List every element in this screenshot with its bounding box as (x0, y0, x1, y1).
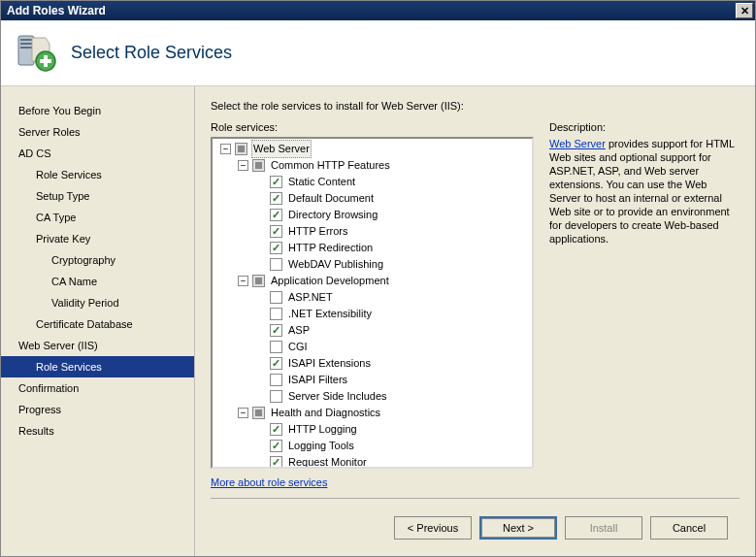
wizard-nav: Before You BeginServer RolesAD CSRole Se… (1, 86, 195, 556)
checkbox[interactable] (270, 291, 282, 304)
collapse-icon[interactable]: − (220, 144, 231, 154)
tree-item-label: Default Document (286, 190, 376, 207)
tree-item-label: ASP (286, 322, 312, 339)
checkbox[interactable] (270, 324, 282, 337)
nav-item[interactable]: Role Services (1, 164, 194, 185)
tree-row[interactable]: WebDAV Publishing (216, 256, 530, 273)
next-button[interactable]: Next > (479, 516, 557, 540)
nav-item[interactable]: Validity Period (1, 292, 194, 313)
previous-button[interactable]: < Previous (394, 516, 472, 540)
tree-row[interactable]: Logging Tools (216, 438, 530, 454)
tree-row[interactable]: Server Side Includes (216, 388, 530, 405)
tree-row[interactable]: Request Monitor (216, 454, 530, 467)
svg-rect-1 (20, 39, 32, 41)
main-panel: Select the role services to install for … (195, 86, 755, 556)
tree-item-label: ISAPI Extensions (286, 355, 373, 372)
nav-item[interactable]: Certificate Database (1, 313, 194, 335)
tree-row[interactable]: −Common HTTP Features (216, 157, 530, 174)
checkbox[interactable] (235, 143, 247, 155)
checkbox[interactable] (270, 357, 282, 370)
nav-item[interactable]: Confirmation (1, 377, 194, 399)
checkbox[interactable] (270, 374, 282, 386)
checkbox[interactable] (252, 275, 265, 287)
role-services-tree[interactable]: −Web Server−Common HTTP FeaturesStatic C… (211, 137, 534, 469)
cancel-button[interactable]: Cancel (650, 516, 728, 540)
tree-item-label: CGI (286, 339, 310, 355)
nav-item[interactable]: Web Server (IIS) (1, 335, 194, 356)
checkbox[interactable] (270, 192, 282, 205)
checkbox[interactable] (270, 423, 282, 436)
checkbox[interactable] (270, 440, 282, 452)
tree-row[interactable]: −Web Server (216, 141, 530, 157)
tree-row[interactable]: HTTP Redirection (216, 240, 530, 256)
checkbox[interactable] (270, 341, 282, 353)
role-services-label: Role services: (211, 121, 534, 133)
nav-item[interactable]: Results (1, 420, 194, 442)
tree-item-label: HTTP Errors (286, 223, 350, 240)
tree-row[interactable]: Static Content (216, 174, 530, 190)
nav-item[interactable]: Setup Type (1, 185, 194, 207)
close-icon: ✕ (740, 6, 749, 16)
collapse-icon[interactable]: − (238, 160, 248, 171)
checkbox[interactable] (270, 209, 282, 221)
more-about-link[interactable]: More about role services (211, 476, 534, 488)
tree-item-label: .NET Extensibility (286, 306, 374, 322)
tree-item-label: Application Development (269, 273, 391, 289)
checkbox[interactable] (270, 308, 282, 320)
tree-item-label: WebDAV Publishing (286, 256, 385, 273)
nav-item[interactable]: AD CS (1, 143, 194, 164)
close-button[interactable]: ✕ (736, 3, 753, 18)
tree-item-label: Server Side Includes (286, 388, 389, 405)
window-title: Add Roles Wizard (7, 4, 736, 17)
description-text: Web Server provides support for HTML Web… (549, 137, 740, 246)
tree-row[interactable]: ASP (216, 322, 530, 339)
nav-item[interactable]: CA Type (1, 207, 194, 228)
tree-row[interactable]: HTTP Logging (216, 421, 530, 438)
checkbox[interactable] (252, 407, 265, 419)
checkbox[interactable] (252, 159, 265, 172)
tree-row[interactable]: CGI (216, 339, 530, 355)
tree-item-label: HTTP Redirection (286, 240, 375, 256)
wizard-header: Select Role Services (1, 20, 755, 86)
description-link[interactable]: Web Server (549, 138, 606, 149)
tree-row[interactable]: −Application Development (216, 273, 530, 289)
collapse-icon[interactable]: − (238, 276, 248, 286)
tree-item-label: Request Monitor (286, 454, 369, 467)
svg-rect-2 (20, 43, 32, 45)
checkbox[interactable] (270, 242, 282, 254)
nav-item[interactable]: CA Name (1, 271, 194, 292)
tree-item-label: HTTP Logging (286, 421, 359, 438)
tree-row[interactable]: .NET Extensibility (216, 306, 530, 322)
description-label: Description: (549, 121, 740, 133)
page-title: Select Role Services (71, 43, 232, 63)
nav-item[interactable]: Server Roles (1, 121, 194, 143)
nav-item[interactable]: Progress (1, 399, 194, 420)
nav-item[interactable]: Before You Begin (1, 100, 194, 121)
tree-row[interactable]: ISAPI Extensions (216, 355, 530, 372)
collapse-icon[interactable]: − (238, 408, 248, 418)
tree-item-label: ASP.NET (286, 289, 335, 306)
description-body: provides support for HTML Web sites and … (549, 138, 735, 245)
instruction-text: Select the role services to install for … (211, 100, 740, 112)
wizard-icon (15, 32, 57, 75)
tree-row[interactable]: Directory Browsing (216, 207, 530, 223)
checkbox[interactable] (270, 258, 282, 271)
nav-item[interactable]: Cryptography (1, 249, 194, 271)
tree-row[interactable]: HTTP Errors (216, 223, 530, 240)
checkbox[interactable] (270, 176, 282, 188)
tree-row[interactable]: Default Document (216, 190, 530, 207)
install-button[interactable]: Install (565, 516, 642, 540)
titlebar: Add Roles Wizard ✕ (1, 1, 755, 20)
tree-item-label: Common HTTP Features (269, 157, 392, 174)
tree-row[interactable]: ASP.NET (216, 289, 530, 306)
checkbox[interactable] (270, 456, 282, 467)
checkbox[interactable] (270, 225, 282, 238)
checkbox[interactable] (270, 390, 282, 403)
nav-item[interactable]: Role Services (1, 356, 194, 377)
tree-row[interactable]: ISAPI Filters (216, 372, 530, 388)
svg-rect-3 (20, 47, 32, 49)
tree-item-label: ISAPI Filters (286, 372, 349, 388)
tree-row[interactable]: −Health and Diagnostics (216, 405, 530, 421)
nav-item[interactable]: Private Key (1, 228, 194, 249)
wizard-footer: < Previous Next > Install Cancel (211, 498, 740, 556)
